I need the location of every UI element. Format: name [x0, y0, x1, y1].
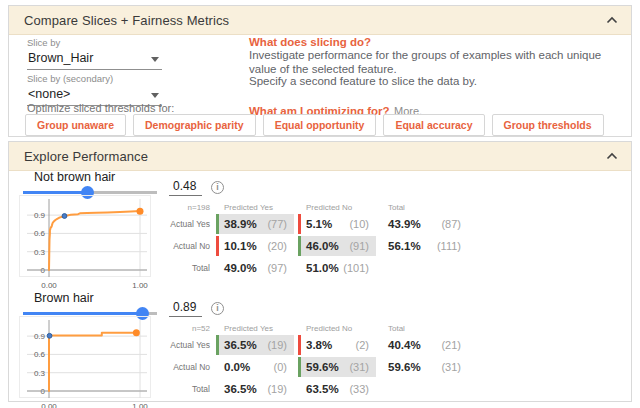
- slider-fill: [23, 312, 142, 315]
- col-header: Predicted No: [298, 324, 376, 333]
- info-icon[interactable]: i: [211, 302, 224, 315]
- svg-text:0.9: 0.9: [34, 332, 46, 341]
- row-label: Actual No: [164, 362, 212, 372]
- cell-actual-yes-total: 43.9% (87): [380, 214, 468, 234]
- confusion-matrix: n=52 Predicted Yes Predicted No Total Ac…: [164, 324, 468, 399]
- optimize-thresholds-label: Optimize sliced thresholds for:: [27, 102, 174, 114]
- svg-text:0.6: 0.6: [34, 229, 46, 238]
- compare-slices-title: Compare Slices + Fairness Metrics: [24, 13, 229, 28]
- chevron-up-icon[interactable]: [606, 16, 618, 24]
- roc-chart: 00.30.60.90.001.00: [19, 316, 151, 408]
- slice-block-brown-hair: Brown hair i 00.30.60.90.001.00 n=52 Pre…: [9, 289, 631, 408]
- dropdown-arrow-icon: [151, 93, 159, 98]
- row-label: Actual Yes: [164, 219, 212, 229]
- cell-predicted-yes-total: 36.5% (19): [216, 379, 294, 399]
- col-header: Total: [380, 203, 468, 212]
- svg-text:0.3: 0.3: [34, 248, 46, 257]
- cell-true-positive: 38.9% (77): [216, 214, 294, 234]
- col-header: Predicted Yes: [216, 203, 294, 212]
- cell-actual-no-total: 56.1% (111): [380, 236, 468, 256]
- row-label: Actual No: [164, 241, 212, 251]
- explore-performance-header: Explore Performance: [9, 142, 631, 171]
- cell-predicted-no-total: 51.0% (101): [298, 258, 376, 278]
- info-icon[interactable]: i: [211, 181, 224, 194]
- col-header: Predicted No: [298, 203, 376, 212]
- compare-slices-header: Compare Slices + Fairness Metrics: [9, 6, 631, 35]
- slider-fill: [23, 191, 87, 194]
- row-label: Total: [164, 384, 212, 394]
- confusion-matrix: n=198 Predicted Yes Predicted No Total A…: [164, 203, 468, 278]
- demographic-parity-button[interactable]: Demographic parity: [133, 114, 256, 136]
- cell-predicted-yes-total: 49.0% (97): [216, 258, 294, 278]
- svg-text:1.00: 1.00: [132, 402, 148, 408]
- cell-false-negative: 3.8% (2): [298, 335, 376, 355]
- slice-block-not-brown-hair: Not brown hair i 00.30.60.90.001.00 n=19…: [9, 168, 631, 298]
- svg-text:0.3: 0.3: [34, 369, 46, 378]
- slice-secondary-value: <none>: [28, 87, 70, 101]
- slice-by-value: Brown_Hair: [28, 51, 93, 65]
- slice-name: Brown hair: [34, 291, 94, 305]
- sample-count: n=52: [164, 324, 212, 333]
- cell-true-negative: 59.6% (31): [298, 357, 376, 377]
- row-label: Total: [164, 263, 212, 273]
- chevron-up-icon[interactable]: [606, 152, 618, 160]
- svg-text:0.00: 0.00: [41, 402, 57, 408]
- sample-count: n=198: [164, 203, 212, 212]
- threshold-control: i: [169, 299, 224, 317]
- roc-chart: 00.30.60.90.001.00: [19, 195, 151, 292]
- fairness-buttons-row: Group unaware Demographic parity Equal o…: [25, 114, 604, 136]
- what-if-tool-performance-panel: Compare Slices + Fairness Metrics Slice …: [0, 0, 640, 408]
- slicing-help-title: What does slicing do?: [249, 36, 609, 48]
- explore-performance-title: Explore Performance: [24, 149, 148, 164]
- slicing-help-text: Investigate performance for the groups o…: [249, 48, 609, 76]
- slicing-help: What does slicing do? Investigate perfor…: [249, 36, 609, 76]
- threshold-control: i: [169, 178, 224, 196]
- slice-by-select[interactable]: Brown_Hair: [27, 48, 162, 70]
- group-thresholds-button[interactable]: Group thresholds: [492, 114, 604, 136]
- cell-actual-yes-total: 40.4% (21): [380, 335, 468, 355]
- group-unaware-button[interactable]: Group unaware: [25, 114, 126, 136]
- slice-by-field: Slice by Brown_Hair: [27, 37, 162, 70]
- row-label: Actual Yes: [164, 340, 212, 350]
- explore-performance-card: Explore Performance Not brown hair i 00.…: [8, 141, 632, 402]
- cell-false-positive: 10.1% (20): [216, 236, 294, 256]
- col-header: Predicted Yes: [216, 324, 294, 333]
- cell-true-positive: 36.5% (19): [216, 335, 294, 355]
- svg-text:0.6: 0.6: [34, 350, 46, 359]
- dropdown-arrow-icon: [151, 57, 159, 62]
- cell-actual-no-total: 59.6% (31): [380, 357, 468, 377]
- col-header: Total: [380, 324, 468, 333]
- cell-predicted-no-total: 63.5% (33): [298, 379, 376, 399]
- secondary-help-text: Specify a second feature to slice the da…: [249, 74, 609, 88]
- slice-by-label: Slice by: [27, 37, 162, 48]
- equal-opportunity-button[interactable]: Equal opportunity: [263, 114, 377, 136]
- slice-name: Not brown hair: [34, 170, 115, 184]
- threshold-input[interactable]: [169, 299, 202, 317]
- cell-false-positive: 0.0% (0): [216, 357, 294, 377]
- equal-accuracy-button[interactable]: Equal accuracy: [383, 114, 484, 136]
- svg-text:0.9: 0.9: [34, 211, 46, 220]
- compare-slices-card: Compare Slices + Fairness Metrics Slice …: [8, 5, 632, 137]
- slice-secondary-label: Slice by (secondary): [27, 73, 162, 84]
- cell-true-negative: 46.0% (91): [298, 236, 376, 256]
- threshold-input[interactable]: [169, 178, 202, 196]
- cell-false-negative: 5.1% (10): [298, 214, 376, 234]
